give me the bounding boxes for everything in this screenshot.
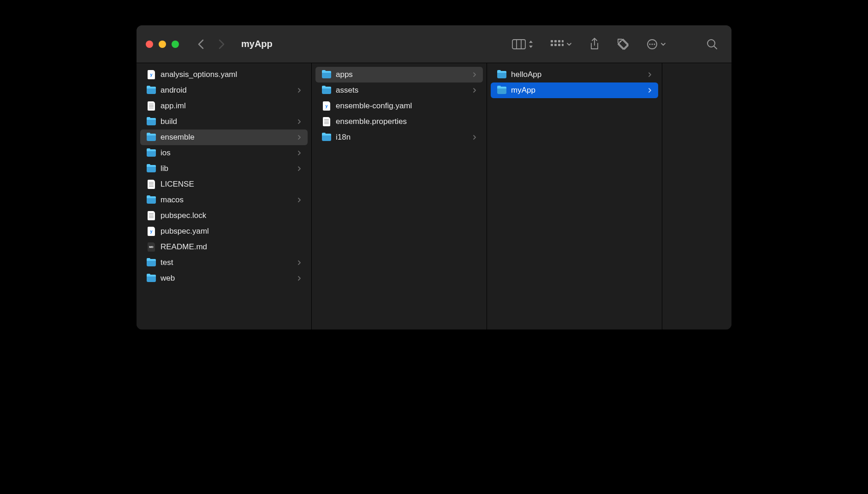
file-item[interactable]: ensemble.properties [315, 114, 483, 129]
file-item[interactable]: pubspec.yaml [140, 223, 308, 239]
file-item[interactable]: LICENSE [140, 176, 308, 192]
share-button[interactable] [589, 38, 600, 51]
folder-item[interactable]: web [140, 271, 308, 286]
file-item[interactable]: analysis_options.yaml [140, 67, 308, 82]
chevron-right-icon [473, 72, 476, 77]
folder-item[interactable]: build [140, 114, 308, 129]
file-name: ensemble [161, 133, 297, 142]
folder-item[interactable]: ios [140, 145, 308, 161]
folder-icon [147, 259, 156, 266]
chevron-right-icon [297, 88, 301, 93]
folder-item[interactable]: macos [140, 192, 308, 208]
maximize-button[interactable] [172, 41, 179, 48]
search-button[interactable] [707, 39, 718, 50]
window-title: myApp [241, 39, 273, 49]
folder-icon [322, 71, 331, 78]
finder-window: myApp [137, 25, 731, 329]
column-1: analysis_options.yamlandroidapp.imlbuild… [137, 63, 312, 329]
svg-rect-3 [551, 40, 553, 42]
folder-icon [147, 87, 156, 94]
folder-icon [322, 87, 331, 94]
chevron-right-icon [297, 135, 301, 140]
folder-icon [147, 118, 156, 125]
minimize-button[interactable] [159, 41, 166, 48]
group-button[interactable] [551, 40, 572, 48]
column-2: appsassetsensemble-config.yamlensemble.p… [312, 63, 487, 329]
folder-item[interactable]: android [140, 82, 308, 98]
svg-point-14 [652, 43, 653, 45]
svg-rect-6 [562, 40, 564, 42]
file-icon [148, 180, 155, 189]
folder-item[interactable]: i18n [315, 129, 483, 145]
folder-icon [497, 87, 506, 94]
file-item[interactable]: app.iml [140, 98, 308, 114]
folder-item[interactable]: lib [140, 161, 308, 176]
file-name: analysis_options.yaml [161, 70, 301, 79]
traffic-lights [146, 41, 179, 48]
chevron-right-icon [297, 260, 301, 265]
folder-icon [322, 134, 331, 141]
tags-button[interactable] [617, 38, 629, 50]
file-name: assets [336, 86, 473, 95]
svg-rect-9 [558, 44, 560, 46]
column-3: helloAppmyApp [487, 63, 662, 329]
file-name: test [161, 258, 297, 267]
up-down-chevron-icon [529, 40, 533, 48]
svg-point-11 [619, 41, 621, 42]
folder-icon [147, 134, 156, 141]
share-icon [589, 38, 600, 51]
chevron-right-icon [297, 197, 301, 203]
close-button[interactable] [146, 41, 153, 48]
folder-item[interactable]: ensemble [140, 129, 308, 145]
chevron-right-icon [297, 119, 301, 124]
folder-item[interactable]: apps [315, 67, 483, 82]
file-item[interactable]: pubspec.lock [140, 208, 308, 223]
svg-rect-5 [558, 40, 560, 42]
chevron-right-icon [473, 88, 476, 93]
column-preview [662, 63, 731, 329]
file-name: myApp [511, 86, 648, 95]
folder-item[interactable]: myApp [491, 82, 658, 98]
grid-icon [551, 40, 564, 48]
action-button[interactable] [647, 39, 666, 50]
file-icon [148, 211, 155, 220]
columns-view: analysis_options.yamlandroidapp.imlbuild… [137, 63, 731, 329]
file-name: build [161, 117, 297, 126]
file-icon [323, 117, 330, 126]
forward-button[interactable] [218, 39, 225, 50]
folder-icon [147, 149, 156, 157]
file-name: lib [161, 164, 297, 173]
toolbar [512, 38, 722, 51]
folder-icon [497, 71, 506, 78]
file-icon [148, 101, 155, 111]
folder-item[interactable]: test [140, 255, 308, 271]
chevron-left-icon [197, 39, 204, 50]
file-name: i18n [336, 133, 473, 142]
folder-icon [147, 196, 156, 204]
svg-rect-0 [512, 40, 525, 49]
folder-item[interactable]: helloApp [491, 67, 658, 82]
folder-item[interactable]: assets [315, 82, 483, 98]
chevron-down-icon [566, 42, 572, 46]
file-name: ensemble-config.yaml [336, 101, 476, 111]
file-name: macos [161, 195, 297, 205]
svg-line-17 [714, 46, 717, 49]
file-name: README.md [161, 242, 301, 252]
file-name: web [161, 274, 297, 283]
chevron-right-icon [297, 166, 301, 171]
svg-point-15 [654, 43, 655, 45]
view-columns-button[interactable] [512, 39, 533, 49]
file-name: helloApp [511, 70, 648, 79]
back-button[interactable] [197, 39, 204, 50]
file-item[interactable]: README.md [140, 239, 308, 255]
folder-icon [147, 165, 156, 172]
chevron-right-icon [297, 276, 301, 281]
file-item[interactable]: ensemble-config.yaml [315, 98, 483, 114]
file-name: ensemble.properties [336, 117, 476, 126]
yaml-file-icon [148, 227, 155, 236]
yaml-file-icon [148, 70, 155, 79]
markdown-file-icon [148, 242, 155, 252]
chevron-right-icon [648, 72, 652, 77]
columns-icon [512, 39, 526, 49]
svg-rect-8 [554, 44, 557, 46]
